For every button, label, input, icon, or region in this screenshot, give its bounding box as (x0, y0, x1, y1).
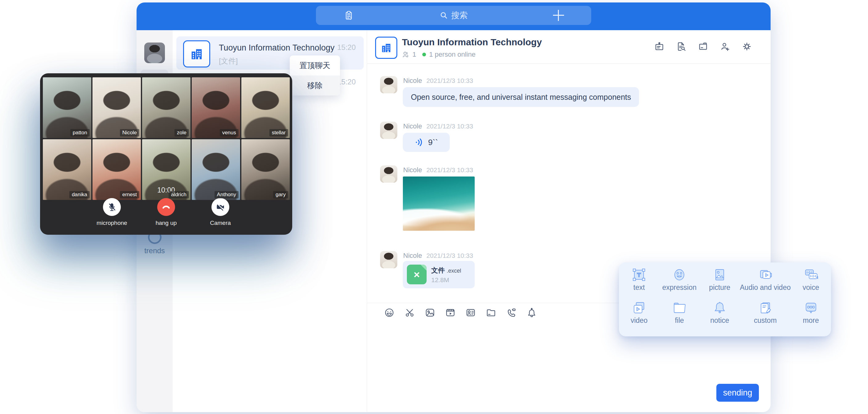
file-ext: .excel (447, 268, 461, 274)
conversation-title: Tuoyun Information Technology (219, 43, 335, 53)
message-time: 2021/12/3 10:33 (426, 252, 473, 259)
image-attachment-beach[interactable] (403, 177, 475, 231)
chat-area: Tuoyun Information Technology 1 1 person… (367, 30, 771, 412)
participant-tile: zole (142, 77, 190, 138)
conversation-context-menu: 置顶聊天 移除 (290, 56, 340, 95)
order-icon[interactable] (343, 10, 354, 21)
excel-file-icon: × (407, 264, 427, 284)
building-icon (380, 42, 392, 54)
tool-voice[interactable]: voice (790, 267, 831, 300)
sender-name: Nicole (403, 122, 422, 130)
hang-up-icon (161, 202, 172, 212)
picture-tool-icon (712, 267, 727, 282)
participant-tile: patton (43, 77, 91, 138)
chat-title: Tuoyun Information Technology (402, 37, 542, 47)
microphone-button[interactable]: microphone (94, 198, 130, 226)
trends-label: trends (136, 247, 173, 255)
participant-name: Anthony (215, 191, 239, 198)
top-bar: 搜索 (136, 2, 771, 30)
message-type-popup: text expression picture Audio and video (619, 262, 831, 337)
plus-icon[interactable] (553, 10, 564, 21)
search-field[interactable]: 搜索 (439, 6, 468, 25)
tool-audio-video[interactable]: Audio and video (740, 267, 790, 300)
building-icon (190, 47, 204, 61)
participant-tile: Nicole (92, 77, 141, 138)
video-icon[interactable] (445, 308, 456, 318)
sender-name: Nicole (403, 252, 422, 260)
more-icon (804, 300, 818, 315)
search-bar[interactable]: 搜索 (316, 6, 591, 25)
page: { "topbar": {"search_placeholder": "搜索"}… (0, 0, 868, 414)
emoji-icon[interactable] (384, 308, 395, 318)
group-notice-icon[interactable] (654, 41, 664, 52)
sender-name: Nicole (403, 166, 422, 174)
member-count: 1 (412, 51, 416, 59)
conversation-time: 15:20 (337, 43, 356, 52)
search-icon (439, 11, 448, 20)
file-name: 文件 (431, 266, 445, 274)
chat-header-actions (654, 41, 752, 52)
file-size: 12.8M (431, 276, 449, 284)
contact-card-icon[interactable] (465, 308, 476, 318)
self-avatar[interactable] (144, 42, 165, 63)
participant-tile: venus (192, 77, 240, 138)
chat-header: Tuoyun Information Technology 1 1 person… (367, 30, 771, 64)
tool-text[interactable]: text (619, 267, 659, 300)
group-avatar-box (375, 37, 397, 59)
tool-picture[interactable]: picture (700, 267, 740, 300)
send-button[interactable]: sending (716, 384, 759, 402)
folder-icon[interactable] (486, 308, 496, 318)
group-avatar-box (183, 40, 210, 67)
tool-expression[interactable]: expression (659, 267, 700, 300)
avatar[interactable] (380, 165, 397, 183)
message-time: 2021/12/3 10:33 (426, 77, 473, 85)
participant-name: Nicole (120, 129, 139, 136)
control-label: hang up (156, 220, 177, 226)
avatar[interactable] (380, 122, 397, 139)
hang-up-button[interactable]: hang up (148, 198, 184, 226)
participant-name: venus (220, 129, 239, 136)
text-bubble[interactable]: Open source, free, and universal instant… (403, 87, 639, 107)
text-icon (631, 267, 646, 282)
control-label: microphone (96, 220, 127, 226)
tool-file[interactable]: file (659, 300, 700, 333)
participant-grid: patton Nicole zole venus stellar danika … (43, 77, 290, 200)
expression-icon (672, 267, 687, 282)
conversation-preview: [文件] (219, 56, 238, 66)
file-icon[interactable] (698, 41, 708, 52)
tool-more[interactable]: more (790, 300, 831, 333)
voice-bubble[interactable]: 9`` (403, 133, 450, 152)
camera-button[interactable]: Camera (202, 198, 239, 226)
avatar[interactable] (380, 251, 397, 268)
tool-notice[interactable]: notice (700, 300, 740, 333)
picture-icon[interactable] (425, 308, 435, 318)
mic-muted-icon (107, 202, 117, 212)
participant-name: gary (273, 191, 288, 198)
file-attachment[interactable]: × 文件.excel 12.8M (403, 261, 475, 288)
file-tool-icon (672, 300, 687, 315)
bell-icon[interactable] (526, 308, 537, 318)
settings-icon[interactable] (742, 41, 752, 52)
tool-custom[interactable]: custom (740, 300, 790, 333)
online-status: 1 person online (429, 51, 475, 59)
message-time: 2021/12/3 10:33 (426, 123, 473, 130)
video-call-icon[interactable] (506, 308, 517, 318)
voice-duration: 9`` (428, 138, 438, 147)
chat-search-icon[interactable] (676, 41, 686, 52)
menu-item-remove[interactable]: 移除 (290, 75, 340, 95)
voice-wave-icon (414, 138, 424, 147)
avatar[interactable] (380, 76, 397, 93)
menu-item-pin-chat[interactable]: 置顶聊天 (290, 56, 340, 75)
search-placeholder: 搜索 (451, 10, 468, 21)
tool-video[interactable]: video (619, 300, 659, 333)
participant-name: ernest (120, 191, 139, 198)
participant-name: patton (70, 129, 90, 136)
camera-off-icon (215, 202, 225, 212)
participant-name: danika (69, 191, 90, 198)
custom-icon (758, 300, 773, 315)
scissors-icon[interactable] (404, 308, 415, 318)
sender-name: Nicole (403, 77, 422, 85)
video-call-overlay: patton Nicole zole venus stellar danika … (40, 73, 292, 235)
add-member-icon[interactable] (720, 41, 730, 52)
participant-name: aldrich (168, 191, 189, 198)
